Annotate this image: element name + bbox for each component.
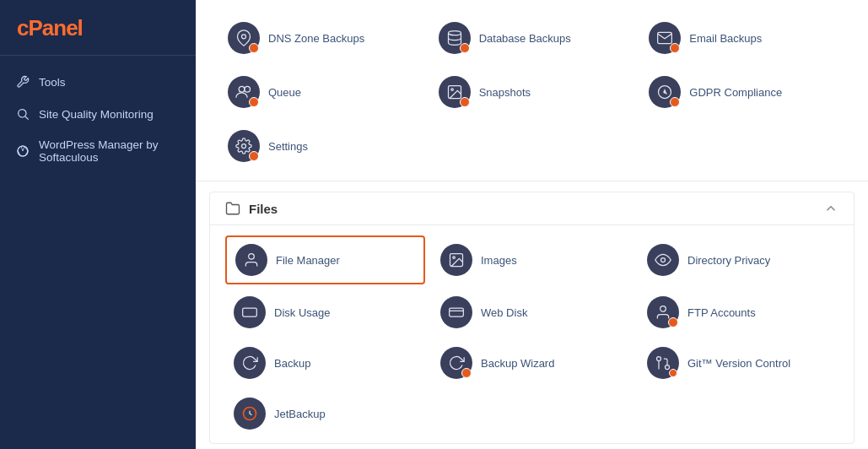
file-manager-label: File Manager <box>276 254 340 267</box>
settings-badge <box>249 151 259 161</box>
email-backups-icon <box>649 22 681 54</box>
svg-point-21 <box>657 357 661 361</box>
sidebar-item-wordpress[interactable]: WordPress Manager bySoftaculous <box>0 130 196 172</box>
svg-point-6 <box>245 86 251 92</box>
logo-c: c <box>17 15 28 41</box>
git-icon <box>647 347 679 379</box>
svg-point-12 <box>249 254 255 260</box>
menu-item-git[interactable]: Git™ Version Control <box>639 340 838 386</box>
git-badge <box>669 369 677 377</box>
gdpr-badge <box>670 97 680 107</box>
menu-item-web-disk[interactable]: Web Disk <box>432 289 632 335</box>
ftp-accounts-icon <box>647 296 679 328</box>
svg-point-14 <box>453 257 456 259</box>
queue-label: Queue <box>268 86 301 99</box>
sidebar-item-site-quality-label: Site Quality Monitoring <box>39 108 154 121</box>
svg-point-11 <box>242 144 246 149</box>
backup-label: Backup <box>274 357 310 370</box>
dns-badge <box>249 43 259 53</box>
logo-panel: Panel <box>28 15 82 41</box>
files-section-header-left: Files <box>225 201 278 216</box>
settings-icon <box>228 130 260 162</box>
cpanel-logo: cPanel <box>17 15 179 41</box>
logo-area: cPanel <box>0 0 196 56</box>
search-icon <box>15 106 30 122</box>
menu-item-queue[interactable]: Queue <box>219 69 423 115</box>
menu-item-database-backups[interactable]: Database Backups <box>430 15 634 61</box>
gdpr-icon <box>649 76 681 108</box>
jetbackup-label: JetBackup <box>274 408 326 420</box>
menu-item-gdpr[interactable]: GDPR Compliance <box>640 69 844 115</box>
svg-point-3 <box>242 35 246 39</box>
svg-line-1 <box>25 116 29 120</box>
ftp-accounts-label: FTP Accounts <box>687 306 756 319</box>
menu-item-backup[interactable]: Backup <box>225 340 425 386</box>
menu-item-snapshots[interactable]: Snapshots <box>430 69 634 115</box>
backup-icon <box>234 347 266 379</box>
svg-point-5 <box>239 86 245 92</box>
svg-point-10 <box>664 90 666 93</box>
menu-item-jetbackup[interactable]: JetBackup <box>225 391 425 436</box>
tools-icon <box>15 74 30 89</box>
svg-point-15 <box>661 258 666 262</box>
backup-wizard-label: Backup Wizard <box>481 357 554 370</box>
directory-privacy-icon <box>647 244 679 276</box>
files-section-header[interactable]: Files <box>210 192 854 225</box>
directory-privacy-label: Directory Privacy <box>687 254 770 267</box>
sidebar-item-wordpress-label: WordPress Manager bySoftaculous <box>39 138 159 164</box>
menu-item-directory-privacy[interactable]: Directory Privacy <box>639 235 838 284</box>
file-manager-icon <box>235 244 267 276</box>
menu-item-images[interactable]: Images <box>432 235 632 284</box>
svg-rect-18 <box>450 308 464 316</box>
backup-wizard-badge <box>461 368 472 378</box>
files-section-title: Files <box>249 202 278 216</box>
snapshots-icon <box>439 76 471 108</box>
menu-item-ftp-accounts[interactable]: FTP Accounts <box>639 289 838 335</box>
database-backups-icon <box>439 22 471 54</box>
folder-icon <box>225 201 240 216</box>
files-section-content: File Manager Images Directory Privacy <box>210 225 854 443</box>
db-badge <box>460 43 470 53</box>
dns-zone-backups-icon <box>228 22 260 54</box>
svg-point-4 <box>448 31 461 35</box>
snapshots-label: Snapshots <box>479 86 531 99</box>
main-content: DNS Zone Backups Database Backups Email … <box>196 0 868 449</box>
email-badge <box>670 43 680 53</box>
disk-usage-label: Disk Usage <box>274 306 330 319</box>
sidebar-item-tools-label: Tools <box>39 76 66 89</box>
svg-point-19 <box>660 306 666 312</box>
email-backups-label: Email Backups <box>689 32 762 45</box>
sidebar-item-site-quality[interactable]: Site Quality Monitoring <box>0 98 196 130</box>
images-label: Images <box>481 254 517 267</box>
svg-point-8 <box>450 89 453 91</box>
wordpress-icon <box>15 143 30 159</box>
menu-item-file-manager[interactable]: File Manager <box>225 235 425 284</box>
files-collapse-icon <box>823 201 838 216</box>
menu-item-settings[interactable]: Settings <box>219 123 423 169</box>
gdpr-label: GDPR Compliance <box>689 86 782 99</box>
menu-item-email-backups[interactable]: Email Backups <box>640 15 844 61</box>
svg-point-20 <box>666 365 670 370</box>
settings-label: Settings <box>268 140 308 153</box>
backup-wizard-icon <box>440 347 472 379</box>
snapshots-badge <box>460 97 470 107</box>
web-disk-icon <box>440 296 472 328</box>
queue-badge <box>249 97 259 107</box>
git-label: Git™ Version Control <box>687 357 790 370</box>
sidebar-item-tools[interactable]: Tools <box>0 66 196 98</box>
top-items-grid: DNS Zone Backups Database Backups Email … <box>196 0 868 181</box>
files-section: Files File Manager Images <box>209 192 855 444</box>
ftp-badge <box>668 317 678 327</box>
dns-zone-backups-label: DNS Zone Backups <box>268 32 364 45</box>
web-disk-label: Web Disk <box>481 306 527 319</box>
svg-point-0 <box>19 110 26 117</box>
database-backups-label: Database Backups <box>479 32 571 45</box>
sidebar: cPanel Tools Site Quality Monitoring Wor… <box>0 0 196 449</box>
jetbackup-icon <box>234 398 266 430</box>
sidebar-nav: Tools Site Quality Monitoring WordPress … <box>0 56 196 182</box>
menu-item-backup-wizard[interactable]: Backup Wizard <box>432 340 632 386</box>
menu-item-disk-usage[interactable]: Disk Usage <box>225 289 425 335</box>
disk-usage-icon <box>234 296 266 328</box>
menu-item-dns-zone-backups[interactable]: DNS Zone Backups <box>219 15 423 61</box>
queue-icon <box>228 76 260 108</box>
